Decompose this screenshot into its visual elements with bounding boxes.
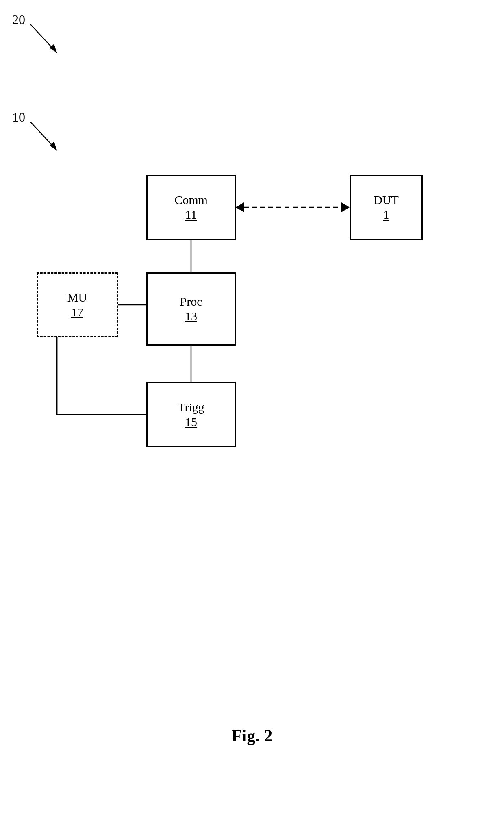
mu-label: MU xyxy=(67,290,87,305)
trigg-number: 15 xyxy=(185,415,197,429)
trigg-label: Trigg xyxy=(178,400,204,415)
svg-line-0 xyxy=(30,24,57,53)
mu-number: 17 xyxy=(71,305,83,320)
mu-box: MU 17 xyxy=(37,272,118,337)
svg-marker-3 xyxy=(50,141,57,150)
label-20: 20 xyxy=(12,12,25,27)
dut-number: 1 xyxy=(383,207,389,222)
figure-label: Fig. 2 xyxy=(232,726,272,746)
proc-box: Proc 13 xyxy=(146,272,236,346)
svg-marker-1 xyxy=(50,44,57,53)
comm-box: Comm 11 xyxy=(146,175,236,240)
diagram-svg xyxy=(0,0,504,839)
comm-label: Comm xyxy=(174,193,208,207)
dut-label: DUT xyxy=(374,193,399,207)
proc-label: Proc xyxy=(180,294,202,309)
label-10: 10 xyxy=(12,110,25,125)
svg-marker-5 xyxy=(236,202,244,212)
trigg-box: Trigg 15 xyxy=(146,382,236,447)
comm-number: 11 xyxy=(185,207,197,222)
diagram-container: 20 10 Comm 11 xyxy=(0,0,504,839)
svg-line-2 xyxy=(30,122,57,150)
proc-number: 13 xyxy=(185,309,197,324)
svg-marker-6 xyxy=(341,202,350,212)
dut-box: DUT 1 xyxy=(350,175,423,240)
